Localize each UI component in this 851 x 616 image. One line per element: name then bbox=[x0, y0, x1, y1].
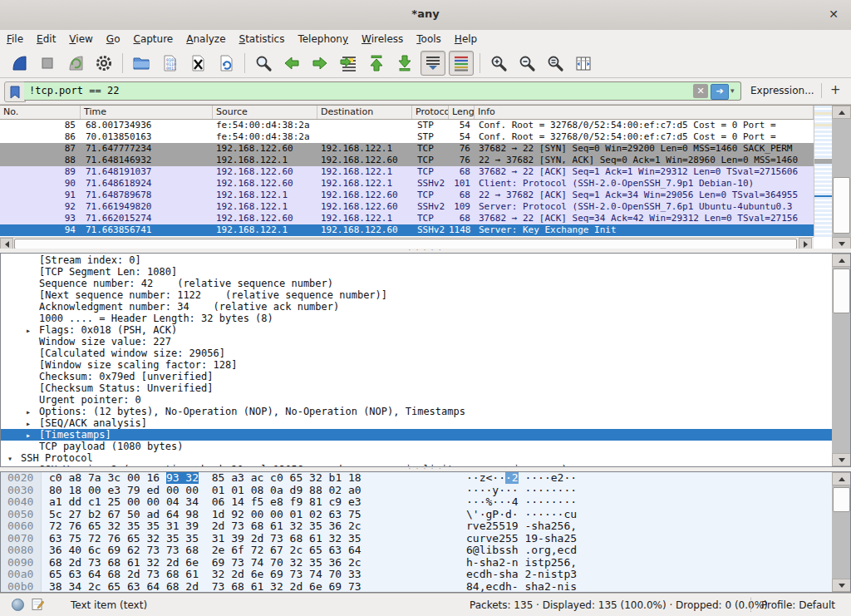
menu-analyze[interactable]: Analyze bbox=[180, 32, 232, 47]
resize-columns-button[interactable] bbox=[571, 51, 596, 76]
packet-row-90[interactable]: 9071.648618924192.168.122.60192.168.122.… bbox=[0, 178, 814, 190]
close-capture-file-button[interactable] bbox=[185, 51, 210, 76]
packet-row-91[interactable]: 9171.648789678192.168.122.1192.168.122.6… bbox=[0, 190, 814, 201]
detail-line-1[interactable]: [TCP Segment Len: 1080] bbox=[1, 266, 832, 278]
menu-telephony[interactable]: Telephony bbox=[291, 32, 355, 47]
hex-row-0060[interactable]: 006072 76 65 32 35 35 31 39 2d 73 68 61 … bbox=[1, 520, 850, 533]
scroll-up-icon[interactable] bbox=[832, 106, 851, 119]
detail-line-11[interactable]: [Checksum Status: Unverified] bbox=[1, 382, 832, 394]
menu-wireless[interactable]: Wireless bbox=[355, 32, 410, 47]
go-forward-button[interactable] bbox=[307, 51, 332, 76]
expression-button[interactable]: Expression... bbox=[750, 85, 814, 96]
go-last-packet-button[interactable] bbox=[392, 51, 417, 76]
packet-row-89[interactable]: 8971.648191037192.168.122.60192.168.122.… bbox=[0, 166, 814, 178]
reload-capture-file-button[interactable] bbox=[214, 51, 239, 76]
filter-bookmark-button[interactable] bbox=[4, 81, 26, 102]
packet-row-87[interactable]: 8771.647777234192.168.122.60192.168.122.… bbox=[0, 143, 814, 155]
hex-row-0070[interactable]: 007063 75 72 76 65 32 35 35 31 39 2d 73 … bbox=[1, 533, 850, 545]
collapse-icon[interactable]: ▾ bbox=[7, 453, 21, 464]
detail-line-4[interactable]: Acknowledgment number: 34 (relative ack … bbox=[1, 301, 832, 313]
scroll-thumb[interactable] bbox=[833, 177, 850, 234]
menu-tools[interactable]: Tools bbox=[410, 32, 448, 47]
detail-line-7[interactable]: Window size value: 227 bbox=[1, 336, 832, 347]
column-header-info[interactable]: Info bbox=[475, 106, 814, 119]
capture-comment-icon[interactable] bbox=[32, 598, 44, 614]
menu-capture[interactable]: Capture bbox=[126, 32, 180, 47]
menu-view[interactable]: View bbox=[62, 32, 99, 47]
scroll-down-icon[interactable] bbox=[832, 453, 851, 466]
menu-help[interactable]: Help bbox=[448, 32, 484, 47]
packet-list-vscrollbar[interactable] bbox=[832, 106, 851, 250]
add-filter-button[interactable]: + bbox=[830, 82, 841, 97]
packet-row-88[interactable]: 8871.648146932192.168.122.1192.168.122.6… bbox=[0, 155, 814, 166]
capture-options-button[interactable] bbox=[91, 51, 116, 76]
detail-line-13[interactable]: ▸Options: (12 bytes), No-Operation (NOP)… bbox=[1, 406, 832, 417]
packet-row-92[interactable]: 9271.661949820192.168.122.1192.168.122.6… bbox=[0, 201, 814, 213]
restart-capture-button[interactable] bbox=[63, 51, 88, 76]
bytes-vscrollbar[interactable] bbox=[832, 472, 851, 592]
detail-line-15[interactable]: ▸[Timestamps] bbox=[1, 429, 832, 441]
column-header-source[interactable]: Source bbox=[213, 106, 317, 119]
open-capture-file-button[interactable] bbox=[129, 51, 154, 76]
zoom-out-button[interactable] bbox=[514, 51, 539, 76]
zoom-original-button[interactable] bbox=[543, 51, 568, 76]
detail-line-14[interactable]: ▸[SEQ/ACK analysis] bbox=[1, 417, 832, 429]
stop-capture-button[interactable] bbox=[35, 51, 60, 76]
detail-line-17[interactable]: ▾SSH Protocol bbox=[1, 452, 832, 464]
menu-file[interactable]: File bbox=[0, 32, 30, 47]
packet-row-86[interactable]: 8670.013850163fe:54:00:d4:38:2aSTP54Conf… bbox=[0, 131, 814, 143]
column-header-protocol[interactable]: Protocol bbox=[412, 106, 449, 119]
column-header-destination[interactable]: Destination bbox=[317, 106, 412, 119]
menu-go[interactable]: Go bbox=[100, 32, 127, 47]
menu-edit[interactable]: Edit bbox=[30, 32, 62, 47]
save-capture-file-button[interactable]: 010101100011 bbox=[157, 51, 182, 76]
detail-line-16[interactable]: TCP payload (1080 bytes) bbox=[1, 441, 832, 452]
detail-line-0[interactable]: [Stream index: 0] bbox=[1, 254, 832, 266]
detail-vscrollbar[interactable] bbox=[832, 254, 851, 466]
hex-row-0080[interactable]: 008036 40 6c 69 62 73 73 68 2e 6f 72 67 … bbox=[1, 545, 850, 557]
expand-icon[interactable]: ▸ bbox=[26, 430, 39, 441]
close-icon[interactable]: ✕ bbox=[826, 7, 841, 22]
hex-row-0090[interactable]: 009068 2d 73 68 61 32 2d 6e 69 73 74 70 … bbox=[1, 557, 850, 569]
zoom-in-button[interactable] bbox=[486, 51, 511, 76]
scroll-thumb[interactable] bbox=[833, 269, 850, 313]
column-header-time[interactable]: Time bbox=[81, 106, 213, 119]
detail-line-10[interactable]: Checksum: 0x79ed [unverified] bbox=[1, 371, 832, 382]
filter-dropdown-icon[interactable]: ▾ bbox=[730, 86, 735, 95]
hex-row-0040[interactable]: 0040a1 dd c1 25 00 00 04 34 06 14 f5 e8 … bbox=[1, 496, 850, 509]
packet-row-93[interactable]: 9371.662015274192.168.122.60192.168.122.… bbox=[0, 213, 814, 224]
go-back-button[interactable] bbox=[279, 51, 304, 76]
packet-row-85[interactable]: 8568.001734936fe:54:00:d4:38:2aSTP54Conf… bbox=[0, 120, 814, 131]
scroll-up-icon[interactable] bbox=[832, 254, 851, 267]
auto-scroll-button[interactable] bbox=[421, 51, 445, 76]
scroll-up-icon[interactable] bbox=[832, 472, 851, 485]
detail-line-5[interactable]: 1000 .... = Header Length: 32 bytes (8) bbox=[1, 313, 832, 324]
hex-row-00b0[interactable]: 00b038 34 2c 65 63 64 68 2d 73 68 61 32 … bbox=[1, 581, 850, 594]
hex-row-00a0[interactable]: 00a065 63 64 68 2d 73 68 61 32 2d 6e 69 … bbox=[1, 569, 850, 581]
detail-line-2[interactable]: Sequence number: 42 (relative sequence n… bbox=[1, 278, 832, 289]
expert-info-icon[interactable] bbox=[12, 599, 24, 611]
go-to-packet-button[interactable] bbox=[336, 51, 361, 76]
hex-row-0050[interactable]: 00505c 27 b2 67 50 ad 64 98 1d 92 00 00 … bbox=[1, 509, 850, 521]
detail-line-6[interactable]: ▸Flags: 0x018 (PSH, ACK) bbox=[1, 324, 832, 336]
menu-statistics[interactable]: Statistics bbox=[233, 32, 292, 47]
hex-row-0030[interactable]: 003080 18 00 e3 79 ed 00 00 01 01 08 0a … bbox=[1, 485, 850, 497]
go-first-packet-button[interactable] bbox=[364, 51, 389, 76]
expand-icon[interactable]: ▸ bbox=[26, 325, 39, 336]
title-bar[interactable]: *any ✕ bbox=[0, 0, 851, 31]
display-filter-input[interactable]: !tcp.port == 22 bbox=[24, 81, 741, 101]
packet-row-94[interactable]: 9471.663856741192.168.122.1192.168.122.6… bbox=[0, 224, 814, 236]
filter-apply-icon[interactable]: ➔ bbox=[711, 84, 729, 100]
column-header-no[interactable]: No. bbox=[0, 106, 81, 119]
packet-list-minimap[interactable] bbox=[814, 106, 832, 237]
start-capture-button[interactable] bbox=[7, 51, 32, 76]
packet-list-hscrollbar[interactable] bbox=[0, 237, 814, 249]
expand-icon[interactable]: ▸ bbox=[26, 407, 39, 417]
expand-icon[interactable]: ▸ bbox=[26, 418, 39, 429]
hex-row-0020[interactable]: 0020c0 a8 7a 3c 00 16 93 32 85 a3 ac c0 … bbox=[1, 472, 850, 485]
scroll-thumb[interactable] bbox=[833, 487, 850, 512]
colorize-packets-button[interactable] bbox=[449, 51, 474, 76]
filter-clear-icon[interactable]: ✕ bbox=[693, 84, 708, 98]
detail-line-3[interactable]: [Next sequence number: 1122 (relative se… bbox=[1, 289, 832, 301]
find-packet-button[interactable] bbox=[251, 51, 276, 76]
